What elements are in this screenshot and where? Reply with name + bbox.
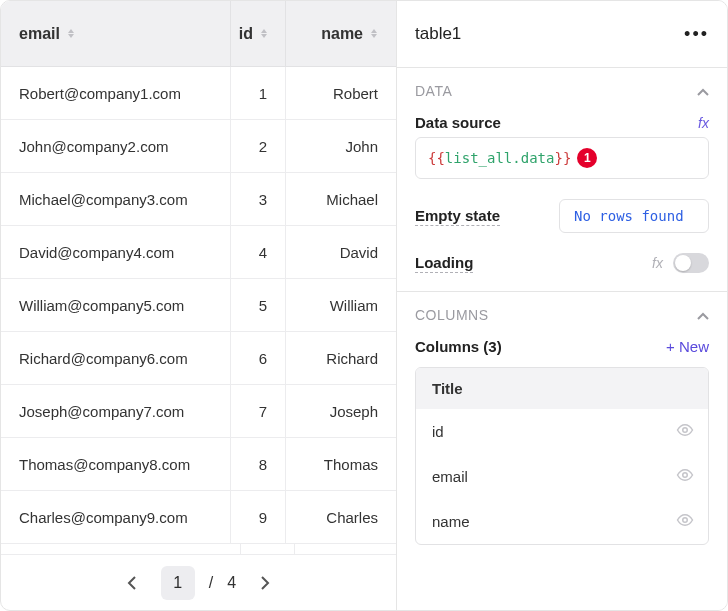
column-item[interactable]: id bbox=[416, 409, 708, 454]
loading-label[interactable]: Loading bbox=[415, 254, 473, 273]
cell-name: William bbox=[286, 279, 396, 331]
empty-state-input[interactable]: No rows found bbox=[559, 199, 709, 233]
next-page-button[interactable] bbox=[250, 568, 280, 598]
cell-id: 8 bbox=[231, 438, 286, 490]
columns-list-header: Title bbox=[416, 368, 708, 409]
new-column-button[interactable]: + New bbox=[666, 338, 709, 355]
cell-name: Charles bbox=[286, 491, 396, 543]
current-page[interactable]: 1 bbox=[161, 566, 195, 600]
data-source-label: Data source bbox=[415, 114, 501, 131]
cell-name: Richard bbox=[286, 332, 396, 384]
app-root: email id name Robert@company1.com 1 Robe… bbox=[0, 0, 728, 611]
cell-name: Thomas bbox=[286, 438, 396, 490]
cell-id: 9 bbox=[231, 491, 286, 543]
cell-email: Michael@company3.com bbox=[1, 173, 231, 225]
column-header-name[interactable]: name bbox=[286, 1, 396, 66]
data-section: DATA Data source fx {{list_all.data}} 1 … bbox=[397, 67, 727, 291]
cell-id: 3 bbox=[231, 173, 286, 225]
column-item-label: name bbox=[432, 513, 470, 530]
cell-email: Joseph@company7.com bbox=[1, 385, 231, 437]
columns-section: COLUMNS Columns (3) + New Title id bbox=[397, 291, 727, 563]
svg-point-2 bbox=[683, 518, 688, 523]
cell-email: Christopher@company10.com bbox=[1, 544, 241, 554]
columns-list: Title id email name bbox=[415, 367, 709, 545]
visibility-toggle[interactable] bbox=[676, 468, 694, 485]
eye-icon bbox=[676, 468, 694, 482]
component-title[interactable]: table1 bbox=[415, 24, 461, 44]
visibility-toggle[interactable] bbox=[676, 423, 694, 440]
loading-toggle[interactable] bbox=[673, 253, 709, 273]
column-header-label: id bbox=[239, 25, 253, 43]
annotation-badge: 1 bbox=[577, 148, 597, 168]
cell-id: 2 bbox=[231, 120, 286, 172]
section-label: DATA bbox=[415, 83, 452, 99]
table-row[interactable]: David@company4.com 4 David bbox=[1, 226, 396, 279]
column-header-label: name bbox=[321, 25, 363, 43]
empty-state-group: Empty state No rows found bbox=[415, 199, 709, 233]
total-pages: 4 bbox=[227, 574, 236, 592]
prev-page-button[interactable] bbox=[117, 568, 147, 598]
sort-icon[interactable] bbox=[371, 29, 378, 38]
data-source-group: Data source fx {{list_all.data}} 1 bbox=[415, 114, 709, 179]
cell-name: John bbox=[286, 120, 396, 172]
sort-icon[interactable] bbox=[68, 29, 75, 38]
section-header[interactable]: COLUMNS bbox=[415, 306, 709, 324]
table-row[interactable]: Thomas@company8.com 8 Thomas bbox=[1, 438, 396, 491]
more-menu-button[interactable]: ••• bbox=[684, 24, 709, 45]
cell-email: William@company5.com bbox=[1, 279, 231, 331]
expr-close: }} bbox=[554, 150, 571, 166]
fx-toggle[interactable]: fx bbox=[698, 115, 709, 131]
svg-point-0 bbox=[683, 428, 688, 433]
columns-header: Columns (3) + New bbox=[415, 338, 709, 355]
column-item[interactable]: name bbox=[416, 499, 708, 544]
loading-group: Loading fx bbox=[415, 253, 709, 273]
cell-email: Thomas@company8.com bbox=[1, 438, 231, 490]
cell-id: 6 bbox=[231, 332, 286, 384]
chevron-right-icon bbox=[260, 576, 270, 590]
table-row[interactable]: Joseph@company7.com 7 Joseph bbox=[1, 385, 396, 438]
inspector-panel: table1 ••• DATA Data source fx {{list_al… bbox=[396, 1, 727, 610]
cell-id: 5 bbox=[231, 279, 286, 331]
section-label: COLUMNS bbox=[415, 307, 489, 323]
table-row[interactable]: Charles@company9.com 9 Charles bbox=[1, 491, 396, 544]
table-header-row: email id name bbox=[1, 1, 396, 67]
svg-point-1 bbox=[683, 473, 688, 478]
table-row[interactable]: Christopher@company10.com 10 Christopher bbox=[1, 544, 396, 554]
cell-name: Joseph bbox=[286, 385, 396, 437]
cell-name: Christopher bbox=[295, 544, 396, 554]
table-row[interactable]: William@company5.com 5 William bbox=[1, 279, 396, 332]
expr-open: {{ bbox=[428, 150, 445, 166]
cell-id: 10 bbox=[241, 544, 295, 554]
cell-email: Charles@company9.com bbox=[1, 491, 231, 543]
fx-toggle[interactable]: fx bbox=[652, 255, 663, 271]
cell-name: Robert bbox=[286, 67, 396, 119]
column-header-id[interactable]: id bbox=[231, 1, 286, 66]
eye-icon bbox=[676, 423, 694, 437]
eye-icon bbox=[676, 513, 694, 527]
chevron-left-icon bbox=[127, 576, 137, 590]
table-row[interactable]: Michael@company3.com 3 Michael bbox=[1, 173, 396, 226]
chevron-up-icon bbox=[697, 312, 709, 320]
empty-state-label[interactable]: Empty state bbox=[415, 207, 500, 226]
expr-object: list_all bbox=[445, 150, 512, 166]
column-item-label: id bbox=[432, 423, 444, 440]
panel-header: table1 ••• bbox=[397, 1, 727, 67]
table-row[interactable]: Robert@company1.com 1 Robert bbox=[1, 67, 396, 120]
expr-prop: data bbox=[521, 150, 555, 166]
section-header[interactable]: DATA bbox=[415, 82, 709, 100]
expr-dot: . bbox=[512, 150, 520, 166]
column-item[interactable]: email bbox=[416, 454, 708, 499]
table-row[interactable]: Richard@company6.com 6 Richard bbox=[1, 332, 396, 385]
table-row[interactable]: John@company2.com 2 John bbox=[1, 120, 396, 173]
sort-icon[interactable] bbox=[261, 29, 267, 38]
cell-email: John@company2.com bbox=[1, 120, 231, 172]
cell-id: 4 bbox=[231, 226, 286, 278]
column-header-email[interactable]: email bbox=[1, 1, 231, 66]
data-source-input[interactable]: {{list_all.data}} 1 bbox=[415, 137, 709, 179]
collapse-button[interactable] bbox=[697, 82, 709, 100]
cell-name: Michael bbox=[286, 173, 396, 225]
visibility-toggle[interactable] bbox=[676, 513, 694, 530]
column-header-label: email bbox=[19, 25, 60, 43]
collapse-button[interactable] bbox=[697, 306, 709, 324]
cell-id: 1 bbox=[231, 67, 286, 119]
